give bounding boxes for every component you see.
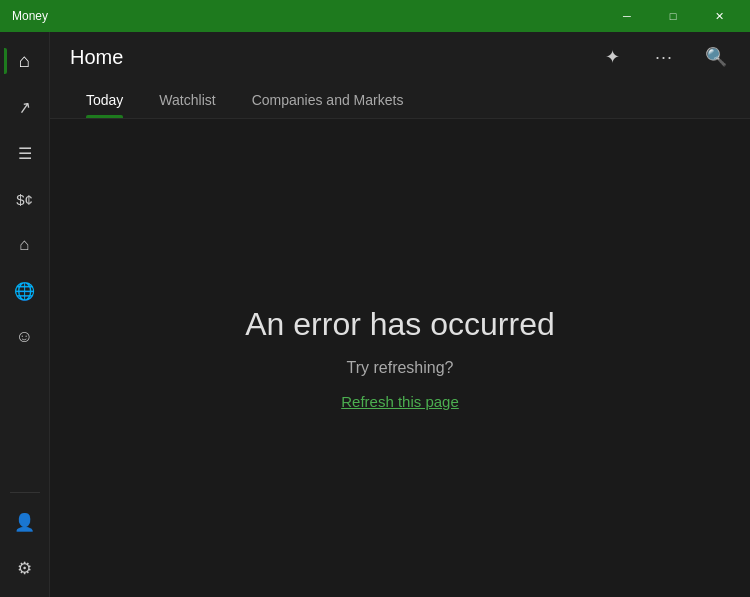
more-icon: ··· xyxy=(655,47,673,68)
minimize-button[interactable]: ─ xyxy=(604,0,650,32)
tab-watchlist[interactable]: Watchlist xyxy=(143,82,231,118)
close-button[interactable]: ✕ xyxy=(696,0,742,32)
sidebar-bottom: 👤 ⚙ xyxy=(4,488,46,597)
app-title: Money xyxy=(12,9,48,23)
page-title: Home xyxy=(70,46,123,69)
smiley-icon: ☺ xyxy=(16,327,33,347)
refresh-link[interactable]: Refresh this page xyxy=(341,393,459,410)
settings-icon: ⚙ xyxy=(17,558,32,579)
sidebar-item-realestate[interactable]: ⌂ xyxy=(4,224,46,266)
sidebar-top: ⌂ ↗ ☰ $¢ ⌂ 🌐 ☺ xyxy=(4,40,46,488)
sidebar-item-account[interactable]: 👤 xyxy=(4,501,46,543)
tab-today[interactable]: Today xyxy=(70,82,139,118)
app-container: ⌂ ↗ ☰ $¢ ⌂ 🌐 ☺ xyxy=(0,32,750,597)
error-subtitle: Try refreshing? xyxy=(347,359,454,377)
sidebar-item-settings[interactable]: ⚙ xyxy=(4,547,46,589)
tabs-bar: Today Watchlist Companies and Markets xyxy=(50,82,750,119)
globe-icon: 🌐 xyxy=(14,281,35,302)
brightness-button[interactable]: ✦ xyxy=(594,39,630,75)
sidebar-divider xyxy=(10,492,40,493)
sidebar-item-more[interactable]: ☺ xyxy=(4,316,46,358)
maximize-button[interactable]: □ xyxy=(650,0,696,32)
sidebar-item-watchlist[interactable]: ☰ xyxy=(4,132,46,174)
tab-companies-and-markets[interactable]: Companies and Markets xyxy=(236,82,420,118)
search-button[interactable]: 🔍 xyxy=(698,39,734,75)
realestate-icon: ⌂ xyxy=(19,235,29,255)
more-options-button[interactable]: ··· xyxy=(646,39,682,75)
sidebar-item-globe[interactable]: 🌐 xyxy=(4,270,46,312)
main-content: An error has occurred Try refreshing? Re… xyxy=(50,119,750,597)
account-icon: 👤 xyxy=(14,512,35,533)
search-icon: 🔍 xyxy=(705,46,727,68)
main-content-area: Home ✦ ··· 🔍 Today Watchlist xyxy=(50,32,750,597)
watchlist-icon: ☰ xyxy=(18,144,32,163)
sidebar: ⌂ ↗ ☰ $¢ ⌂ 🌐 ☺ xyxy=(0,32,50,597)
sidebar-item-currency[interactable]: $¢ xyxy=(4,178,46,220)
home-icon: ⌂ xyxy=(19,50,30,72)
trending-icon: ↗ xyxy=(16,97,32,118)
error-heading: An error has occurred xyxy=(245,306,554,343)
brightness-icon: ✦ xyxy=(605,46,620,68)
header: Home ✦ ··· 🔍 xyxy=(50,32,750,82)
header-left: Home xyxy=(70,46,123,69)
currency-icon: $¢ xyxy=(16,191,33,208)
window-controls: ─ □ ✕ xyxy=(604,0,742,32)
sidebar-item-trending[interactable]: ↗ xyxy=(4,86,46,128)
sidebar-item-home[interactable]: ⌂ xyxy=(4,40,46,82)
header-right: ✦ ··· 🔍 xyxy=(594,39,734,75)
titlebar: Money ─ □ ✕ xyxy=(0,0,750,32)
